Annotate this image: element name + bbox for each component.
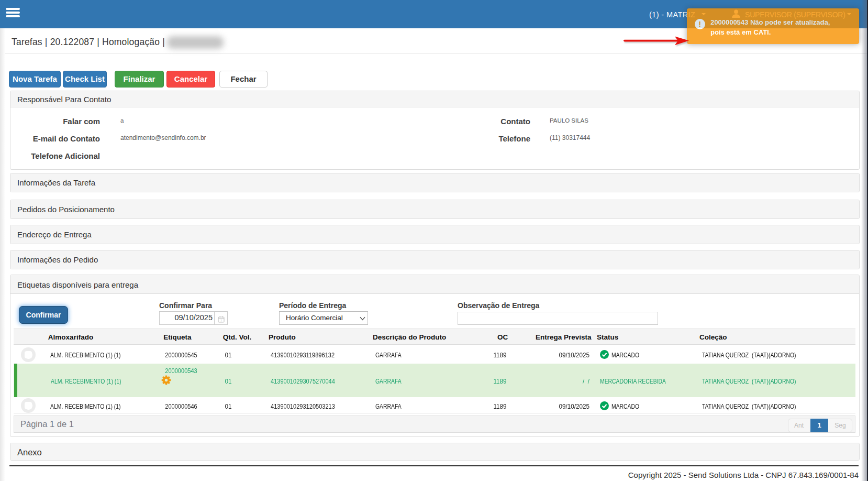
svg-text:7: 7 (220, 319, 222, 322)
